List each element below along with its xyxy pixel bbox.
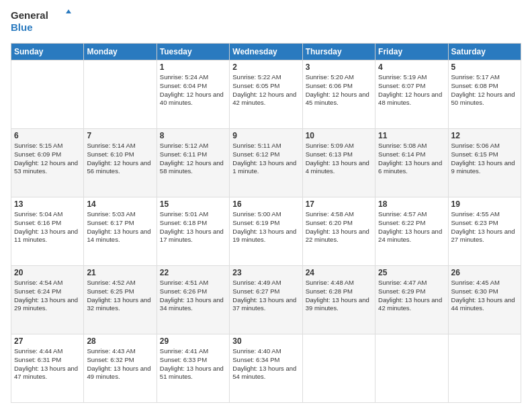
- svg-text:General: General: [11, 9, 48, 21]
- day-number: 28: [87, 336, 153, 346]
- day-info: Sunrise: 5:24 AMSunset: 6:04 PMDaylight:…: [160, 73, 224, 106]
- calendar-cell-w2-d2: 15 Sunrise: 5:01 AMSunset: 6:18 PMDaylig…: [157, 197, 229, 266]
- day-info: Sunrise: 5:19 AMSunset: 6:07 PMDaylight:…: [378, 73, 442, 106]
- calendar-cell-w1-d3: 9 Sunrise: 5:11 AMSunset: 6:12 PMDayligh…: [230, 129, 302, 197]
- week-row-3: 20 Sunrise: 4:54 AMSunset: 6:24 PMDaylig…: [11, 266, 521, 334]
- calendar-cell-w2-d6: 19 Sunrise: 4:55 AMSunset: 6:23 PMDaylig…: [448, 197, 521, 266]
- day-info: Sunrise: 4:54 AMSunset: 6:24 PMDaylight:…: [14, 279, 78, 312]
- day-info: Sunrise: 4:55 AMSunset: 6:23 PMDaylight:…: [451, 210, 515, 243]
- calendar-cell-w1-d5: 11 Sunrise: 5:08 AMSunset: 6:14 PMDaylig…: [375, 129, 448, 197]
- day-number: 15: [160, 199, 226, 209]
- calendar-cell-w2-d4: 17 Sunrise: 4:58 AMSunset: 6:20 PMDaylig…: [302, 197, 375, 266]
- day-info: Sunrise: 4:48 AMSunset: 6:28 PMDaylight:…: [306, 279, 369, 312]
- day-number: 25: [378, 268, 445, 277]
- day-number: 17: [306, 199, 372, 209]
- page: General Blue SundayMondayTuesdayWednesda…: [0, 0, 532, 411]
- day-info: Sunrise: 4:57 AMSunset: 6:22 PMDaylight:…: [378, 210, 442, 243]
- header: General Blue: [11, 8, 521, 36]
- day-info: Sunrise: 5:14 AMSunset: 6:10 PMDaylight:…: [87, 142, 150, 175]
- day-number: 1: [160, 62, 226, 72]
- day-number: 19: [451, 199, 518, 209]
- day-info: Sunrise: 4:51 AMSunset: 6:26 PMDaylight:…: [160, 279, 224, 312]
- calendar-cell-w0-d6: 5 Sunrise: 5:17 AMSunset: 6:08 PMDayligh…: [448, 60, 521, 129]
- day-number: 4: [378, 62, 445, 72]
- day-number: 30: [232, 336, 299, 346]
- calendar-cell-w4-d3: 30 Sunrise: 4:40 AMSunset: 6:34 PMDaylig…: [230, 334, 302, 403]
- weekday-saturday: Saturday: [448, 44, 521, 60]
- calendar-cell-w4-d2: 29 Sunrise: 4:41 AMSunset: 6:33 PMDaylig…: [157, 334, 229, 403]
- day-number: 11: [378, 131, 445, 140]
- week-row-4: 27 Sunrise: 4:44 AMSunset: 6:31 PMDaylig…: [11, 334, 521, 403]
- day-number: 14: [87, 199, 153, 209]
- day-number: 21: [87, 268, 153, 277]
- day-info: Sunrise: 5:01 AMSunset: 6:18 PMDaylight:…: [160, 210, 224, 243]
- day-number: 8: [160, 131, 226, 140]
- svg-text:Blue: Blue: [11, 21, 33, 33]
- calendar-cell-w3-d2: 22 Sunrise: 4:51 AMSunset: 6:26 PMDaylig…: [157, 266, 229, 334]
- weekday-sunday: Sunday: [11, 44, 84, 60]
- calendar-cell-w4-d0: 27 Sunrise: 4:44 AMSunset: 6:31 PMDaylig…: [11, 334, 84, 403]
- day-number: 18: [378, 199, 445, 209]
- day-info: Sunrise: 4:58 AMSunset: 6:20 PMDaylight:…: [306, 210, 369, 243]
- day-number: 29: [160, 336, 226, 346]
- day-info: Sunrise: 4:44 AMSunset: 6:31 PMDaylight:…: [14, 347, 78, 380]
- day-number: 9: [232, 131, 299, 140]
- calendar-cell-w0-d0: [11, 60, 84, 129]
- day-info: Sunrise: 4:45 AMSunset: 6:30 PMDaylight:…: [451, 279, 515, 312]
- day-number: 16: [232, 199, 299, 209]
- day-number: 5: [451, 62, 518, 72]
- calendar-cell-w4-d1: 28 Sunrise: 4:43 AMSunset: 6:32 PMDaylig…: [84, 334, 157, 403]
- day-info: Sunrise: 5:17 AMSunset: 6:08 PMDaylight:…: [451, 73, 515, 106]
- calendar-cell-w3-d1: 21 Sunrise: 4:52 AMSunset: 6:25 PMDaylig…: [84, 266, 157, 334]
- day-info: Sunrise: 5:09 AMSunset: 6:13 PMDaylight:…: [306, 142, 369, 175]
- day-number: 6: [14, 131, 81, 140]
- weekday-friday: Friday: [375, 44, 448, 60]
- calendar-cell-w3-d4: 24 Sunrise: 4:48 AMSunset: 6:28 PMDaylig…: [302, 266, 375, 334]
- day-info: Sunrise: 4:49 AMSunset: 6:27 PMDaylight:…: [232, 279, 296, 312]
- day-number: 3: [306, 62, 372, 72]
- calendar-cell-w3-d5: 25 Sunrise: 4:47 AMSunset: 6:29 PMDaylig…: [375, 266, 448, 334]
- svg-marker-3: [66, 9, 71, 13]
- day-number: 7: [87, 131, 153, 140]
- calendar-cell-w2-d0: 13 Sunrise: 5:04 AMSunset: 6:16 PMDaylig…: [11, 197, 84, 266]
- calendar-cell-w2-d1: 14 Sunrise: 5:03 AMSunset: 6:17 PMDaylig…: [84, 197, 157, 266]
- calendar-cell-w1-d4: 10 Sunrise: 5:09 AMSunset: 6:13 PMDaylig…: [302, 129, 375, 197]
- weekday-thursday: Thursday: [302, 44, 375, 60]
- calendar-cell-w4-d6: [448, 334, 521, 403]
- day-info: Sunrise: 4:43 AMSunset: 6:32 PMDaylight:…: [87, 347, 150, 380]
- day-info: Sunrise: 5:20 AMSunset: 6:06 PMDaylight:…: [306, 73, 369, 106]
- day-info: Sunrise: 5:11 AMSunset: 6:12 PMDaylight:…: [232, 142, 296, 175]
- calendar-cell-w4-d5: [375, 334, 448, 403]
- weekday-monday: Monday: [84, 44, 157, 60]
- calendar-cell-w0-d5: 4 Sunrise: 5:19 AMSunset: 6:07 PMDayligh…: [375, 60, 448, 129]
- logo: General Blue: [11, 8, 71, 36]
- day-info: Sunrise: 4:40 AMSunset: 6:34 PMDaylight:…: [232, 347, 296, 380]
- day-info: Sunrise: 5:08 AMSunset: 6:14 PMDaylight:…: [378, 142, 442, 175]
- calendar-cell-w2-d3: 16 Sunrise: 5:00 AMSunset: 6:19 PMDaylig…: [230, 197, 302, 266]
- day-number: 10: [306, 131, 372, 140]
- week-row-1: 6 Sunrise: 5:15 AMSunset: 6:09 PMDayligh…: [11, 129, 521, 197]
- day-info: Sunrise: 5:12 AMSunset: 6:11 PMDaylight:…: [160, 142, 224, 175]
- calendar-cell-w1-d6: 12 Sunrise: 5:06 AMSunset: 6:15 PMDaylig…: [448, 129, 521, 197]
- day-number: 20: [14, 268, 81, 277]
- calendar-cell-w3-d0: 20 Sunrise: 4:54 AMSunset: 6:24 PMDaylig…: [11, 266, 84, 334]
- day-info: Sunrise: 5:03 AMSunset: 6:17 PMDaylight:…: [87, 210, 150, 243]
- calendar-cell-w1-d0: 6 Sunrise: 5:15 AMSunset: 6:09 PMDayligh…: [11, 129, 84, 197]
- day-number: 27: [14, 336, 81, 346]
- day-info: Sunrise: 5:15 AMSunset: 6:09 PMDaylight:…: [14, 142, 78, 175]
- calendar-cell-w2-d5: 18 Sunrise: 4:57 AMSunset: 6:22 PMDaylig…: [375, 197, 448, 266]
- calendar-table: SundayMondayTuesdayWednesdayThursdayFrid…: [11, 43, 521, 403]
- day-number: 2: [232, 62, 299, 72]
- calendar-cell-w0-d4: 3 Sunrise: 5:20 AMSunset: 6:06 PMDayligh…: [302, 60, 375, 129]
- week-row-0: 1 Sunrise: 5:24 AMSunset: 6:04 PMDayligh…: [11, 60, 521, 129]
- logo-svg: General Blue: [11, 8, 71, 36]
- calendar-cell-w0-d1: [84, 60, 157, 129]
- week-row-2: 13 Sunrise: 5:04 AMSunset: 6:16 PMDaylig…: [11, 197, 521, 266]
- day-number: 26: [451, 268, 518, 277]
- day-info: Sunrise: 5:22 AMSunset: 6:05 PMDaylight:…: [232, 73, 296, 106]
- day-number: 22: [160, 268, 226, 277]
- weekday-wednesday: Wednesday: [230, 44, 302, 60]
- day-number: 24: [306, 268, 372, 277]
- calendar-cell-w3-d6: 26 Sunrise: 4:45 AMSunset: 6:30 PMDaylig…: [448, 266, 521, 334]
- calendar-cell-w0-d2: 1 Sunrise: 5:24 AMSunset: 6:04 PMDayligh…: [157, 60, 229, 129]
